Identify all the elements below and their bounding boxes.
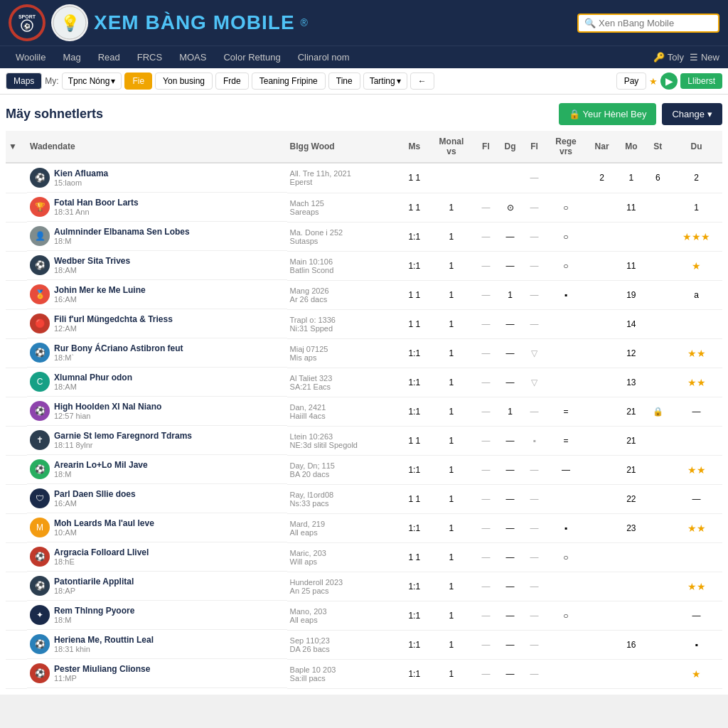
row-event[interactable]: 🏅 Johin Mer ke Me Luine 16:AM xyxy=(27,280,287,309)
row-event[interactable]: ⚽ Kien Afluama 15:laom xyxy=(27,164,287,193)
maps-btn[interactable]: Maps xyxy=(6,73,42,90)
nav-right: 🔑 Toly ☰ New xyxy=(653,52,719,63)
nav-woolile[interactable]: Woolile xyxy=(9,46,53,68)
liberst-btn[interactable]: Lliberst xyxy=(680,73,722,89)
row-st xyxy=(645,455,670,484)
row-fl2: — xyxy=(523,455,545,484)
event-icon: ⚽ xyxy=(30,168,50,188)
row-event[interactable]: ⚽ Argracia Folloard Llivel 18:hE xyxy=(27,542,287,572)
row-fl2: — xyxy=(523,484,545,513)
row-event[interactable]: ⚽ Heriena Me, Routtin Leal 18:31 khin xyxy=(27,630,287,659)
row-st xyxy=(645,309,670,338)
row-sort xyxy=(6,251,27,280)
svg-text:⚽: ⚽ xyxy=(23,23,31,30)
row-st xyxy=(645,513,670,542)
row-dg: — xyxy=(497,426,523,455)
row-mo xyxy=(617,542,645,572)
nav-mag[interactable]: Mag xyxy=(55,46,87,68)
row-event[interactable]: ⚽ Arearin Lo+Lo Mil Jave 18:M xyxy=(27,455,287,484)
table-row: C Xlumnal Phur odon 18:AM Al Taliet 323 … xyxy=(6,368,722,397)
event-info: Rem Thlnng Pyoore 18:M xyxy=(54,606,134,624)
league-sub: All eaps xyxy=(290,528,398,537)
nav-frcs[interactable]: FRCS xyxy=(130,46,169,68)
event-name: Wedber Sita Trives xyxy=(54,256,130,266)
event-icon: ⚽ xyxy=(30,459,50,479)
row-event[interactable]: ⚽ Patontiarile Applital 18:AP xyxy=(27,572,287,601)
frde-btn[interactable]: Frde xyxy=(215,73,249,90)
event-info: Patontiarile Applital 18:AP xyxy=(54,577,134,595)
row-sort xyxy=(6,484,27,513)
row-event[interactable]: C Xlumnal Phur odon 18:AM xyxy=(27,368,287,397)
row-league: Miaj 07125 Mis aps xyxy=(287,338,401,368)
col-sort[interactable]: ▼ xyxy=(6,131,27,163)
row-ms: 1:1 xyxy=(401,455,428,484)
row-dg: — xyxy=(497,455,523,484)
col-monal: Monalvs xyxy=(428,131,475,163)
event-info: High Hoolden Xl Nal Niano 12:57 hian xyxy=(54,402,161,420)
tarting-btn[interactable]: Tarting ▾ xyxy=(363,73,407,90)
row-sort xyxy=(6,659,27,688)
back-btn[interactable]: ← xyxy=(410,73,434,90)
fie-btn[interactable]: Fie xyxy=(124,73,152,90)
yon-busing-btn[interactable]: Yon busing xyxy=(155,73,213,90)
pay-btn[interactable]: Pay xyxy=(616,73,647,90)
tine-btn[interactable]: Tine xyxy=(328,73,360,90)
row-dg: — xyxy=(497,222,523,251)
green-circle-btn[interactable]: ▶ xyxy=(660,73,678,90)
teaning-btn[interactable]: Teaning Fripine xyxy=(252,73,326,90)
trademark: ® xyxy=(301,17,308,28)
nav-new[interactable]: ☰ New xyxy=(690,52,719,63)
row-monal: 1 xyxy=(428,251,475,280)
nav-clinarol[interactable]: Clinarol nom xyxy=(291,46,357,68)
dropdown1-btn[interactable]: Tpnc Nóng ▾ xyxy=(62,73,122,90)
row-event[interactable]: 🔴 Fili f'url Müngedchta & Triess 12:AM xyxy=(27,309,287,338)
row-ms: 1 1 xyxy=(401,280,428,309)
row-league: Ray, l1ord08 Ns:33 pacs xyxy=(287,484,401,513)
hanoi-btn[interactable]: 🔒 Yeur Hènel Bey xyxy=(559,103,657,125)
row-fl1: — xyxy=(475,193,497,222)
row-event[interactable]: 👤 Aulmninder Elbanama Sen Lobes 18:M xyxy=(27,222,287,251)
nav-toly[interactable]: 🔑 Toly xyxy=(653,52,684,63)
row-league: Mard, 219 All eaps xyxy=(287,513,401,542)
table-row: ⚽ Wedber Sita Trives 18:AM Main 10:106 B… xyxy=(6,251,722,280)
row-event[interactable]: ✦ Rem Thlnng Pyoore 18:M xyxy=(27,601,287,630)
star-filter-icon[interactable]: ★ xyxy=(649,76,658,87)
table-row: 🏆 Fotal Han Boor Larts 18:31 Ann Mach 12… xyxy=(6,193,722,222)
row-event[interactable]: M Moh Leards Ma l'aul leve 10:AM xyxy=(27,513,287,542)
row-fl1: — xyxy=(475,659,497,688)
row-du: ★★ xyxy=(670,368,722,397)
star-icon: ★ xyxy=(692,231,701,242)
event-name: Rem Thlnng Pyoore xyxy=(54,606,134,616)
row-fl1 xyxy=(475,163,497,193)
row-st xyxy=(645,659,670,688)
col-nar: Nar xyxy=(587,131,617,163)
row-mo: 1 xyxy=(617,163,645,193)
row-event[interactable]: ⚽ Rur Bony ÁCriano Astibron feut 18:M` xyxy=(27,338,287,368)
row-event[interactable]: ✝ Garnie St lemo Faregnord Tdrams 18:11 … xyxy=(27,426,287,455)
row-fl2: — xyxy=(523,222,545,251)
row-sort xyxy=(6,426,27,455)
row-fl1: — xyxy=(475,630,497,659)
row-ms: 1:1 xyxy=(401,659,428,688)
row-event[interactable]: 🛡 Parl Daen Sllie does 16:AM xyxy=(27,484,287,513)
event-info: Arearin Lo+Lo Mil Jave 18:M xyxy=(54,460,148,478)
table-row: 👤 Aulmninder Elbanama Sen Lobes 18:M Ma.… xyxy=(6,222,722,251)
search-icon: 🔍 xyxy=(584,18,596,28)
search-box[interactable]: 🔍 xyxy=(577,14,719,33)
nav-moas[interactable]: MOAS xyxy=(172,46,213,68)
row-event[interactable]: ⚽ High Hoolden Xl Nal Niano 12:57 hian xyxy=(27,397,287,426)
event-time: 12:57 hian xyxy=(54,412,161,420)
row-fl1: — xyxy=(475,222,497,251)
change-btn[interactable]: Change ▾ xyxy=(662,103,722,125)
search-input[interactable] xyxy=(599,18,712,28)
event-icon: ⚽ xyxy=(30,663,50,683)
row-event[interactable]: ⚽ Wedber Sita Trives 18:AM xyxy=(27,251,287,280)
row-monal: 1 xyxy=(428,193,475,222)
star-icon: ★ xyxy=(687,348,697,359)
nav-read[interactable]: Read xyxy=(91,46,127,68)
row-event[interactable]: 🏆 Fotal Han Boor Larts 18:31 Ann xyxy=(27,193,287,222)
row-du: 2 xyxy=(670,163,722,193)
nav-color[interactable]: Color Rettung xyxy=(216,46,287,68)
league-sub: DA 26 bacs xyxy=(290,645,398,653)
row-event[interactable]: ⚽ Pester Miuliang Clionse 11:MP xyxy=(27,659,287,688)
